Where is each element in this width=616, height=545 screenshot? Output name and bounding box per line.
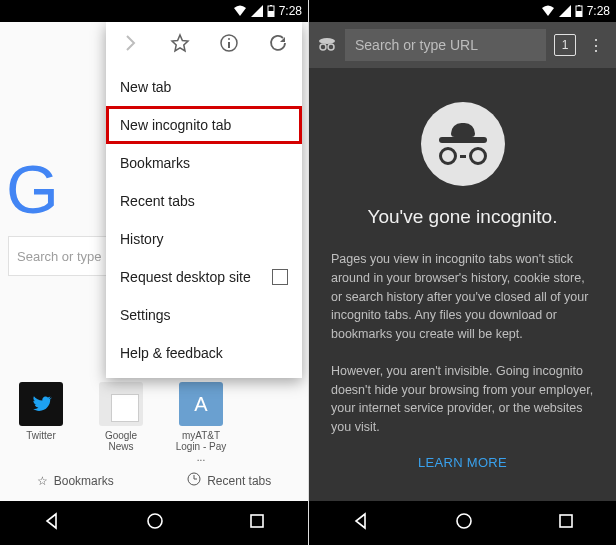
learn-more-link[interactable]: LEARN MORE <box>309 455 616 470</box>
svg-point-14 <box>328 44 334 50</box>
nav-home-icon[interactable] <box>454 511 474 535</box>
svg-rect-16 <box>560 515 572 527</box>
menu-item-new-incognito-tab[interactable]: New incognito tab <box>106 106 302 144</box>
svg-rect-8 <box>251 515 263 527</box>
forward-icon[interactable] <box>121 33 141 57</box>
svg-rect-1 <box>268 11 274 17</box>
svg-rect-2 <box>270 5 272 6</box>
more-menu-icon[interactable]: ⋮ <box>584 36 608 55</box>
status-bar: 7:28 <box>0 0 308 22</box>
toolbar: Search or type URL 1 ⋮ <box>309 22 616 68</box>
star-icon[interactable] <box>170 33 190 57</box>
incognito-surface: Search or type URL 1 ⋮ You've gone incog… <box>309 22 616 501</box>
wifi-icon <box>233 5 247 17</box>
recent-tabs-link[interactable]: Recent tabs <box>187 472 271 489</box>
nav-recent-icon[interactable] <box>248 512 266 534</box>
svg-point-5 <box>228 38 230 40</box>
phone-left: 7:28 G Search or type U Twitter Google N… <box>0 0 308 545</box>
att-icon: A <box>179 382 223 426</box>
svg-point-15 <box>457 514 471 528</box>
battery-icon <box>267 5 275 17</box>
bookmarks-link[interactable]: ☆ Bookmarks <box>37 472 114 489</box>
menu-toolbar <box>106 22 302 68</box>
phone-right: 7:28 Search or type URL 1 ⋮ You've gone … <box>308 0 616 545</box>
info-icon[interactable] <box>219 33 239 57</box>
tab-switcher-button[interactable]: 1 <box>554 34 576 56</box>
svg-point-7 <box>148 514 162 528</box>
signal-icon <box>559 5 571 17</box>
shortcut-twitter[interactable]: Twitter <box>12 382 70 463</box>
checkbox-icon[interactable] <box>272 269 288 285</box>
incognito-icon <box>317 33 337 57</box>
omnibox-input[interactable]: Search or type URL <box>345 29 546 61</box>
svg-rect-11 <box>578 5 580 6</box>
shortcuts-row: Twitter Google News A myAT&T Login - Pay… <box>12 382 230 463</box>
shortcut-label: Google News <box>92 430 150 452</box>
status-bar: 7:28 <box>309 0 616 22</box>
menu-item-history[interactable]: History <box>106 220 302 258</box>
nav-recent-icon[interactable] <box>557 512 575 534</box>
clock-icon <box>187 472 201 489</box>
menu-item-new-tab[interactable]: New tab <box>106 68 302 106</box>
incognito-content: You've gone incognito. Pages you view in… <box>309 68 616 470</box>
incognito-paragraph-2: However, you aren't invisible. Going inc… <box>309 362 616 437</box>
incognito-title: You've gone incognito. <box>309 206 616 228</box>
shortcut-myatt[interactable]: A myAT&T Login - Pay ... <box>172 382 230 463</box>
nav-back-icon[interactable] <box>42 511 62 535</box>
android-navbar <box>0 501 308 545</box>
nav-home-icon[interactable] <box>145 511 165 535</box>
google-logo: G <box>6 150 59 228</box>
star-icon: ☆ <box>37 474 48 488</box>
status-time: 7:28 <box>279 4 302 18</box>
shortcut-label: myAT&T Login - Pay ... <box>172 430 230 463</box>
android-navbar <box>309 501 616 545</box>
menu-item-help-feedback[interactable]: Help & feedback <box>106 334 302 372</box>
incognito-paragraph-1: Pages you view in incognito tabs won't s… <box>309 250 616 344</box>
shortcut-label: Twitter <box>12 430 70 441</box>
svg-point-12 <box>319 38 335 44</box>
svg-rect-6 <box>228 42 230 48</box>
bottom-links: ☆ Bookmarks Recent tabs <box>0 472 308 489</box>
google-news-icon <box>99 382 143 426</box>
incognito-spy-icon <box>421 102 505 186</box>
search-input[interactable]: Search or type U <box>8 236 118 276</box>
signal-icon <box>251 5 263 17</box>
status-time: 7:28 <box>587 4 610 18</box>
svg-rect-10 <box>576 11 582 17</box>
menu-item-bookmarks[interactable]: Bookmarks <box>106 144 302 182</box>
menu-item-settings[interactable]: Settings <box>106 296 302 334</box>
menu-item-recent-tabs[interactable]: Recent tabs <box>106 182 302 220</box>
shortcut-google-news[interactable]: Google News <box>92 382 150 463</box>
refresh-icon[interactable] <box>268 33 288 57</box>
menu-item-request-desktop-site[interactable]: Request desktop site <box>106 258 302 296</box>
battery-icon <box>575 5 583 17</box>
overflow-menu: New tab New incognito tab Bookmarks Rece… <box>106 22 302 378</box>
twitter-icon <box>19 382 63 426</box>
wifi-icon <box>541 5 555 17</box>
svg-point-13 <box>320 44 326 50</box>
nav-back-icon[interactable] <box>351 511 371 535</box>
